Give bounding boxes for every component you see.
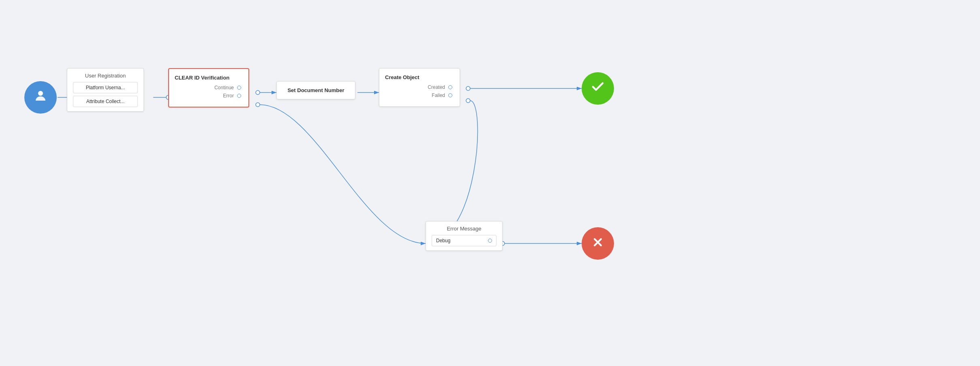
clear-id-error-label: Error bbox=[223, 93, 234, 99]
conn-clearid-error-errormsg bbox=[260, 105, 426, 243]
clear-id-error-row: Error bbox=[175, 93, 241, 99]
create-obj-failed-row: Failed bbox=[385, 93, 452, 98]
attribute-collect-item[interactable]: Attribute Collect... bbox=[73, 96, 138, 107]
create-obj-title: Create Object bbox=[385, 74, 452, 80]
port-createobj-created bbox=[466, 86, 470, 90]
end-success-node[interactable] bbox=[582, 72, 614, 105]
debug-port bbox=[488, 239, 492, 243]
create-obj-created-port bbox=[448, 85, 452, 89]
x-icon bbox=[591, 236, 604, 252]
error-message-node[interactable]: Error Message Debug bbox=[426, 221, 503, 251]
user-reg-title: User Registration bbox=[73, 73, 138, 79]
clear-id-continue-row: Continue bbox=[175, 85, 241, 90]
svg-point-1 bbox=[38, 91, 43, 96]
clear-id-title: CLEAR ID Verification bbox=[175, 75, 241, 81]
set-doc-label: Set Document Number bbox=[287, 87, 344, 93]
clear-id-continue-label: Continue bbox=[214, 85, 234, 90]
end-failure-node[interactable] bbox=[582, 227, 614, 260]
start-node[interactable] bbox=[24, 81, 57, 114]
port-createobj-failed bbox=[466, 99, 470, 103]
person-icon bbox=[33, 88, 48, 106]
debug-label: Debug bbox=[436, 238, 450, 243]
create-obj-created-label: Created bbox=[428, 84, 445, 90]
check-icon bbox=[591, 80, 605, 97]
create-obj-created-row: Created bbox=[385, 84, 452, 90]
clear-id-node[interactable]: CLEAR ID Verification Continue Error bbox=[168, 68, 249, 108]
create-object-node[interactable]: Create Object Created Failed bbox=[379, 68, 460, 107]
user-registration-node[interactable]: User Registration Platform Userna... Att… bbox=[67, 68, 144, 112]
connections-layer bbox=[0, 0, 980, 366]
clear-id-error-port bbox=[237, 94, 241, 98]
clear-id-continue-port bbox=[237, 86, 241, 90]
port-clearid-continue bbox=[256, 90, 260, 95]
port-clearid-error bbox=[256, 103, 260, 107]
platform-username-item[interactable]: Platform Userna... bbox=[73, 82, 138, 93]
create-obj-failed-label: Failed bbox=[432, 93, 445, 98]
error-msg-title: Error Message bbox=[432, 226, 496, 232]
debug-item[interactable]: Debug bbox=[432, 235, 496, 246]
create-obj-failed-port bbox=[448, 93, 452, 97]
set-document-number-node[interactable]: Set Document Number bbox=[276, 81, 355, 99]
workflow-canvas: User Registration Platform Userna... Att… bbox=[0, 0, 980, 366]
